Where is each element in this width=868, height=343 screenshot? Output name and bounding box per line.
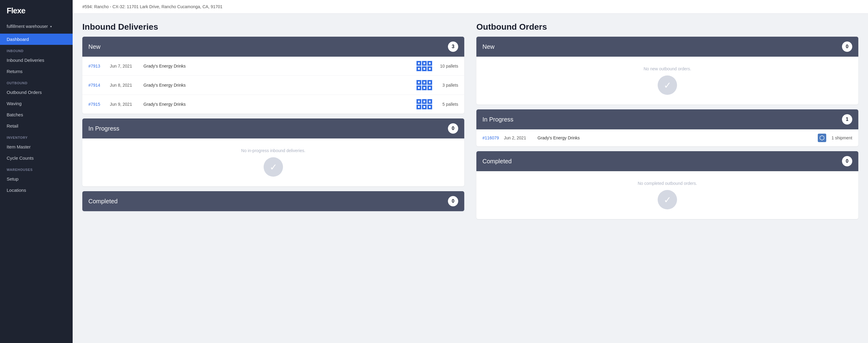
empty-check-icon: ✓ [658, 190, 677, 209]
pallet-cell [422, 66, 427, 71]
outbound-in-progress-body: #116079 Jun 2, 2021 Grady's Energy Drink… [476, 130, 858, 146]
inbound-title: Inbound Deliveries [82, 22, 464, 32]
order-id[interactable]: #116079 [483, 136, 499, 140]
empty-text: No completed outbound orders. [638, 181, 697, 186]
pallet-cell [427, 61, 432, 66]
empty-check-icon: ✓ [658, 76, 677, 95]
table-row: #116079 Jun 2, 2021 Grady's Energy Drink… [476, 130, 858, 146]
pallet-cell [427, 99, 432, 104]
sidebar-section-inbound: INBOUND [0, 45, 73, 55]
outbound-new-badge: 0 [842, 41, 852, 52]
pallet-cell [422, 85, 427, 90]
pallet-cell [416, 99, 421, 104]
sidebar-section-outbound: OUTBOUND [0, 77, 73, 87]
sidebar-item-inbound-deliveries[interactable]: Inbound Deliveries [0, 55, 73, 66]
outbound-in-progress-card: In Progress 1 #116079 Jun 2, 2021 Grady'… [476, 109, 858, 146]
outbound-completed-badge: 0 [842, 156, 852, 166]
inbound-new-card: New 3 #7913 Jun 7, 2021 Grady's Energy D… [82, 37, 464, 114]
pallet-cell [416, 85, 421, 90]
outbound-in-progress-label: In Progress [483, 116, 513, 123]
sidebar-section-warehouses: WAREHOUSES [0, 164, 73, 173]
locations-label: Locations [7, 188, 26, 193]
outbound-new-header: New 0 [476, 37, 858, 57]
pallet-cell [422, 105, 427, 109]
empty-text: No in-progress inbound deliveries. [241, 148, 305, 153]
pallet-cell [422, 80, 427, 85]
customer-name: Grady's Energy Drinks [537, 136, 813, 140]
outbound-title: Outbound Orders [476, 22, 858, 32]
order-id[interactable]: #7914 [88, 83, 105, 88]
sidebar-item-setup[interactable]: Setup [0, 173, 73, 184]
inbound-new-body: #7913 Jun 7, 2021 Grady's Energy Drinks … [82, 57, 464, 114]
pallet-cell [416, 61, 421, 66]
pallet-cell [422, 61, 427, 66]
sidebar-item-cycle-counts[interactable]: Cycle Counts [0, 152, 73, 164]
order-id[interactable]: #7915 [88, 102, 105, 107]
sidebar-item-waving[interactable]: Waving [0, 98, 73, 109]
sidebar-item-item-master[interactable]: Item Master [0, 141, 73, 152]
empty-check-icon: ✓ [264, 157, 283, 177]
top-bar: #594: Rancho - CX-32: 11701 Lark Drive, … [73, 0, 868, 13]
inbound-completed-card: Completed 0 [82, 191, 464, 211]
inbound-completed-badge: 0 [448, 196, 458, 206]
outbound-section: Outbound Orders New 0 No new outbound or… [476, 22, 858, 224]
inbound-deliveries-label: Inbound Deliveries [7, 58, 44, 63]
outbound-orders-label: Outbound Orders [7, 90, 42, 95]
outbound-completed-card: Completed 0 No completed outbound orders… [476, 151, 858, 219]
pallet-cell [427, 85, 432, 90]
inbound-in-progress-body: No in-progress inbound deliveries. ✓ [82, 139, 464, 187]
pallet-cell [416, 80, 421, 85]
setup-label: Setup [7, 176, 19, 181]
inbound-in-progress-badge: 0 [448, 123, 458, 134]
sidebar-account[interactable]: fulfillment warehouser ▾ [0, 21, 73, 34]
sidebar-item-outbound-orders[interactable]: Outbound Orders [0, 87, 73, 98]
pallet-count: 3 pallets [437, 83, 458, 88]
empty-text: No new outbound orders. [644, 66, 691, 71]
pallet-cell [427, 80, 432, 85]
order-date: Jun 2, 2021 [504, 136, 533, 140]
inbound-new-header: New 3 [82, 37, 464, 57]
inbound-completed-label: Completed [88, 198, 118, 205]
inbound-completed-header: Completed 0 [82, 191, 464, 211]
pallet-count: 10 pallets [437, 64, 458, 68]
sidebar-item-batches[interactable]: Batches [0, 109, 73, 120]
outbound-completed-header: Completed 0 [476, 151, 858, 171]
table-row: #7913 Jun 7, 2021 Grady's Energy Drinks … [82, 57, 464, 76]
inbound-in-progress-header: In Progress 0 [82, 118, 464, 139]
order-date: Jun 9, 2021 [110, 102, 138, 107]
breadcrumb: #594: Rancho - CX-32: 11701 Lark Drive, … [82, 4, 222, 9]
pallet-icon [416, 80, 432, 90]
pallet-cell [416, 105, 421, 109]
inbound-section: Inbound Deliveries New 3 #7913 Jun 7, 20… [82, 22, 464, 224]
pallet-count: 5 pallets [437, 102, 458, 107]
inbound-in-progress-card: In Progress 0 No in-progress inbound del… [82, 118, 464, 187]
outbound-new-label: New [483, 43, 495, 50]
inbound-in-progress-label: In Progress [88, 125, 119, 132]
inbound-in-progress-empty: No in-progress inbound deliveries. ✓ [82, 139, 464, 187]
chevron-down-icon: ▾ [50, 25, 52, 28]
sidebar-item-locations[interactable]: Locations [0, 184, 73, 196]
outbound-new-body: No new outbound orders. ✓ [476, 57, 858, 105]
sidebar-item-retail[interactable]: Retail [0, 120, 73, 132]
shipment-icon [818, 134, 826, 142]
order-id[interactable]: #7913 [88, 64, 105, 68]
waving-label: Waving [7, 101, 22, 106]
pallet-cell [422, 99, 427, 104]
pallet-icon [416, 61, 432, 71]
customer-name: Grady's Energy Drinks [144, 102, 412, 107]
sidebar-item-returns[interactable]: Returns [0, 66, 73, 77]
shipment-count: 1 shipment [831, 136, 852, 140]
returns-label: Returns [7, 69, 23, 74]
outbound-in-progress-badge: 1 [842, 114, 852, 124]
content-area: Inbound Deliveries New 3 #7913 Jun 7, 20… [73, 13, 868, 232]
retail-label: Retail [7, 123, 18, 128]
sidebar-item-dashboard[interactable]: Dashboard [0, 34, 73, 45]
order-date: Jun 8, 2021 [110, 83, 138, 88]
table-row: #7914 Jun 8, 2021 Grady's Energy Drinks … [82, 76, 464, 95]
account-label: fulfillment warehouser [7, 24, 48, 29]
outbound-new-empty: No new outbound orders. ✓ [476, 57, 858, 105]
pallet-cell [416, 66, 421, 71]
customer-name: Grady's Energy Drinks [144, 83, 412, 88]
pallet-icon [416, 99, 432, 109]
outbound-completed-body: No completed outbound orders. ✓ [476, 171, 858, 219]
